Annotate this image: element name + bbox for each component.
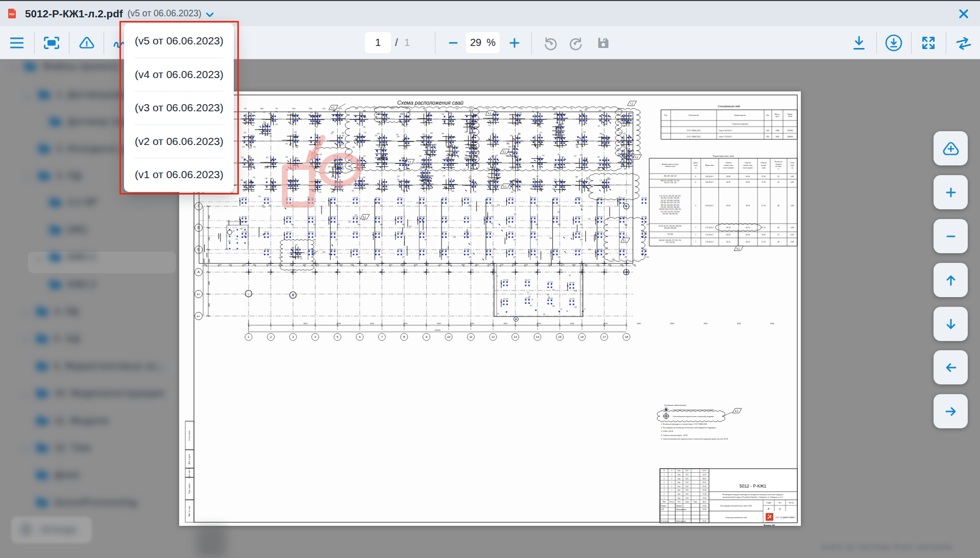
svg-text:15: 15 xyxy=(558,335,561,338)
svg-text:773: 773 xyxy=(266,124,269,126)
svg-text:63.35: 63.35 xyxy=(746,181,750,183)
svg-text:Подп.: Подп. xyxy=(694,501,698,503)
svg-text:1. Испытания проводить в соот: 1. Испытания проводить в соответствии с … xyxy=(661,423,707,425)
svg-text:667: 667 xyxy=(342,135,345,137)
svg-text:629: 629 xyxy=(516,124,519,126)
svg-text:6: 6 xyxy=(695,176,696,178)
svg-text:1510: 1510 xyxy=(561,264,565,266)
svg-text:40: 40 xyxy=(777,227,779,229)
svg-text:24.06: 24.06 xyxy=(702,508,706,511)
svg-text:256: 256 xyxy=(442,113,444,115)
svg-text:6000: 6000 xyxy=(670,323,674,325)
svg-text:6: 6 xyxy=(695,205,696,207)
svg-text:35: 35 xyxy=(560,308,562,310)
svg-text:27.06: 27.06 xyxy=(702,493,706,495)
svg-text:588 406: 588 406 xyxy=(375,249,381,251)
svg-text:7.2: 7.2 xyxy=(630,103,633,105)
svg-text:5.1: 5.1 xyxy=(623,239,627,242)
svg-text:363: 363 xyxy=(291,224,293,226)
svg-text:2/22: 2/22 xyxy=(685,493,689,495)
svg-text:64.10: 64.10 xyxy=(726,227,730,229)
svg-text:Номера свай по плану: Номера свай по плану xyxy=(662,163,679,165)
svg-text:367: 367 xyxy=(378,112,381,114)
svg-text:30: 30 xyxy=(605,269,607,271)
svg-text:451: 451 xyxy=(262,123,265,125)
svg-text:21: 21 xyxy=(338,269,340,271)
svg-text:Зам.: Зам. xyxy=(677,474,681,476)
svg-text:165: 165 xyxy=(423,188,425,190)
svg-text:7: 7 xyxy=(695,241,696,243)
svg-text:0,08: 0,08 xyxy=(791,227,794,229)
svg-text:138: 138 xyxy=(315,134,318,136)
svg-text:С60.30-6.У: С60.30-6.У xyxy=(705,181,714,183)
svg-text:722: 722 xyxy=(558,124,561,126)
svg-text:756: 756 xyxy=(241,157,243,159)
svg-text:758: 758 xyxy=(334,168,336,171)
svg-text:0,08: 0,08 xyxy=(791,241,794,243)
svg-text:524: 524 xyxy=(629,112,632,114)
svg-text:386, 387, 546, 547: 386, 387, 546, 547 xyxy=(664,175,676,177)
svg-text:677: 677 xyxy=(250,169,252,171)
svg-text:100: 100 xyxy=(335,256,338,258)
svg-text:273: 273 xyxy=(295,244,298,246)
svg-text:425: 425 xyxy=(579,179,581,181)
svg-text:688 104: 688 104 xyxy=(531,197,536,199)
svg-text:144: 144 xyxy=(491,223,493,225)
svg-text:481: 481 xyxy=(535,224,538,226)
svg-text:499: 499 xyxy=(580,239,582,241)
svg-text:Сваи С 70.30-6.У: Сваи С 70.30-6.У xyxy=(719,136,732,138)
svg-text:669: 669 xyxy=(508,146,511,148)
svg-text:624: 624 xyxy=(348,221,351,223)
svg-text:598: 598 xyxy=(271,189,273,191)
svg-text:307: 307 xyxy=(313,224,316,226)
svg-text:376: 376 xyxy=(597,167,600,169)
svg-text:08.07: 08.07 xyxy=(702,478,706,480)
svg-text:306 630: 306 630 xyxy=(397,197,403,199)
svg-text:62-93, 96-127, 134-165, 168-19: 62-93, 96-127, 134-165, 168-199, xyxy=(659,225,682,227)
svg-text:715, 716, 720-722, 728-730,: 715, 716, 720-722, 728-730, xyxy=(660,211,680,213)
svg-text:331: 331 xyxy=(557,154,560,156)
svg-text:206-269, 286-349: 206-269, 286-349 xyxy=(664,227,676,229)
svg-text:138 493: 138 493 xyxy=(353,197,358,199)
svg-text:530: 530 xyxy=(448,123,450,125)
svg-text:0,08: 0,08 xyxy=(791,176,794,178)
svg-text:235: 235 xyxy=(561,123,564,125)
svg-text:«Рыбоводный завод для производ: «Рыбоводный завод для производства посад… xyxy=(722,494,784,496)
svg-text:741: 741 xyxy=(235,238,238,240)
svg-text:127: 127 xyxy=(381,191,383,193)
svg-text:282: 282 xyxy=(269,205,272,207)
svg-text:5400: 5400 xyxy=(585,108,589,110)
svg-text:107 661: 107 661 xyxy=(397,249,403,251)
svg-text:548: 548 xyxy=(599,110,601,112)
svg-text:свай: свай xyxy=(762,167,766,169)
svg-text:головы сваи: головы сваи xyxy=(743,164,752,166)
svg-text:261: 261 xyxy=(330,188,332,190)
svg-text:526: 526 xyxy=(495,155,498,157)
svg-text:413: 413 xyxy=(337,224,340,226)
svg-text:492: 492 xyxy=(360,187,363,189)
svg-text:593: 593 xyxy=(296,147,298,149)
svg-text:298: 298 xyxy=(442,133,444,135)
svg-text:40: 40 xyxy=(427,269,429,271)
svg-text:6000: 6000 xyxy=(414,264,418,266)
svg-text:735: 735 xyxy=(555,122,558,124)
svg-text:3030: 3030 xyxy=(327,264,331,266)
svg-text:481: 481 xyxy=(474,191,477,193)
svg-text:28: 28 xyxy=(497,313,499,315)
svg-text:6000: 6000 xyxy=(608,264,611,266)
svg-text:8/22: 8/22 xyxy=(685,470,689,472)
svg-text:150: 150 xyxy=(464,157,467,159)
svg-text:389: 389 xyxy=(492,133,494,135)
svg-text:280: 280 xyxy=(766,136,769,138)
svg-text:1510: 1510 xyxy=(253,264,256,266)
svg-text:2520: 2520 xyxy=(602,108,605,110)
svg-text:м: м xyxy=(695,167,696,169)
svg-text:723-727, 733, 734: 723-727, 733, 734 xyxy=(664,182,677,184)
svg-text:382-411, 416-454, 481-505,: 382-411, 416-454, 481-505, xyxy=(661,204,680,206)
svg-text:429: 429 xyxy=(316,179,318,181)
svg-text:163: 163 xyxy=(499,177,501,179)
svg-text:423: 423 xyxy=(497,204,500,206)
svg-text:772: 772 xyxy=(492,144,495,146)
svg-text:504 377: 504 377 xyxy=(442,231,448,233)
svg-text:506: 506 xyxy=(535,239,538,241)
